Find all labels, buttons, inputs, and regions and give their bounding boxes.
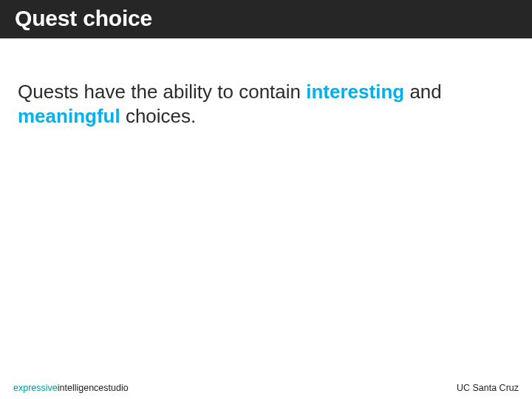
footer: expressiveintelligencestudio UC Santa Cr…: [0, 383, 532, 393]
footer-right: UC Santa Cruz: [457, 383, 519, 393]
body-paragraph: Quests have the ability to contain inter…: [18, 80, 514, 128]
footer-expressive: expressive: [13, 383, 58, 393]
body-text-2: and: [404, 81, 442, 103]
footer-intelligence: intelligence: [58, 383, 104, 393]
slide-title: Quest choice: [15, 6, 517, 31]
body-text-3: choices.: [120, 105, 197, 127]
body-text-1: Quests have the ability to contain: [18, 81, 306, 103]
title-bar: Quest choice: [0, 0, 532, 38]
slide: Quest choice Quests have the ability to …: [0, 0, 532, 399]
slide-body: Quests have the ability to contain inter…: [0, 38, 532, 128]
footer-left: expressiveintelligencestudio: [13, 383, 129, 393]
highlight-meaningful: meaningful: [18, 105, 120, 127]
footer-studio: studio: [103, 383, 128, 393]
highlight-interesting: interesting: [306, 81, 404, 103]
